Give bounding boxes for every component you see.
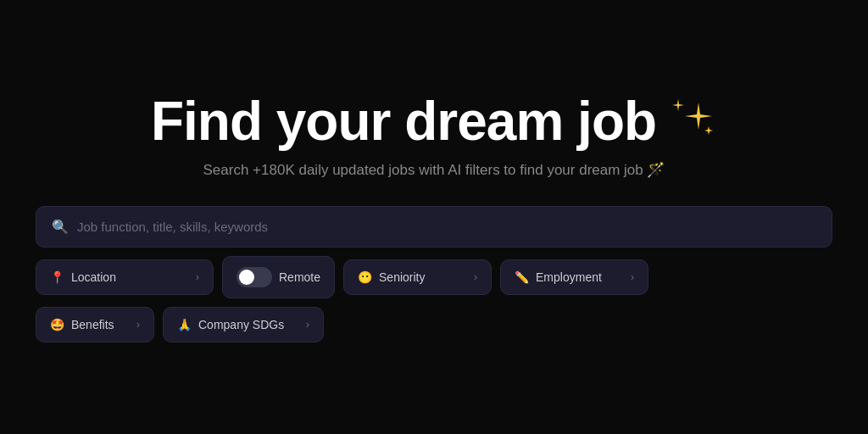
seniority-filter-label: 😶 Seniority (358, 270, 425, 284)
search-icon: 🔍 (52, 219, 69, 235)
company-sdgs-icon: 🙏 (177, 318, 192, 331)
location-icon: 📍 (50, 270, 64, 284)
seniority-chevron: › (474, 271, 477, 283)
hero-section: Find your dream job Search +180K daily u… (0, 92, 868, 342)
company-sdgs-chevron: › (306, 319, 309, 331)
subtitle: Search +180K daily updated jobs with AI … (203, 161, 665, 179)
benefits-text: Benefits (71, 318, 114, 331)
main-title: Find your dream job (151, 92, 656, 151)
filters-row-2: 🤩 Benefits › 🙏 Company SDGs › (36, 307, 832, 342)
seniority-filter-button[interactable]: 😶 Seniority › (343, 259, 492, 295)
benefits-chevron: › (136, 319, 140, 331)
employment-filter-button[interactable]: ✏️ Employment › (500, 259, 648, 295)
company-sdgs-text: Company SDGs (198, 318, 284, 331)
employment-filter-label: ✏️ Employment (515, 270, 602, 284)
sparkle-icon (666, 96, 717, 147)
remote-toggle-group[interactable]: Remote (222, 256, 335, 298)
filters-row-1: 📍 Location › Remote 😶 Seniority › (36, 256, 832, 298)
benefits-filter-button[interactable]: 🤩 Benefits › (36, 307, 154, 342)
company-sdgs-filter-label: 🙏 Company SDGs (177, 318, 284, 331)
search-container: 🔍 📍 Location › Remote (36, 206, 832, 342)
toggle-knob (239, 270, 254, 285)
location-filter-button[interactable]: 📍 Location › (36, 259, 214, 295)
location-chevron: › (196, 271, 199, 283)
benefits-icon: 🤩 (50, 318, 64, 331)
company-sdgs-filter-button[interactable]: 🙏 Company SDGs › (163, 307, 324, 342)
seniority-icon: 😶 (358, 270, 372, 284)
location-filter-label: 📍 Location (50, 270, 116, 284)
location-text: Location (71, 270, 116, 284)
employment-text: Employment (536, 270, 602, 284)
benefits-filter-label: 🤩 Benefits (50, 318, 114, 331)
employment-chevron: › (631, 271, 634, 283)
employment-icon: ✏️ (515, 270, 529, 284)
remote-toggle-switch[interactable] (236, 267, 272, 287)
search-input[interactable] (77, 220, 816, 234)
seniority-text: Seniority (379, 270, 425, 284)
remote-label: Remote (279, 270, 320, 284)
title-row: Find your dream job (151, 92, 717, 151)
search-bar[interactable]: 🔍 (36, 206, 832, 248)
